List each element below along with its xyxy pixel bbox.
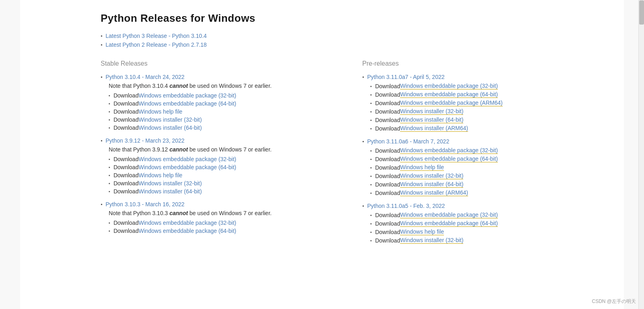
release-link-3110a7[interactable]: Python 3.11.0a7 - April 5, 2022 xyxy=(367,74,444,80)
top-link-item: Latest Python 3 Release - Python 3.10.4 xyxy=(101,33,608,39)
release-title-3103: Python 3.10.3 - March 16, 2022 xyxy=(101,201,346,207)
release-title-3110a7: Python 3.11.0a7 - April 5, 2022 xyxy=(362,74,608,80)
stable-releases-list: Python 3.10.4 - March 24, 2022 Note that… xyxy=(101,74,346,234)
download-item: Download Windows installer (64-bit) xyxy=(370,181,608,188)
download-item: Download Windows embeddable package (32-… xyxy=(109,92,346,99)
release-title-3104: Python 3.10.4 - March 24, 2022 xyxy=(101,74,346,80)
download-link[interactable]: Windows installer (64-bit) xyxy=(138,124,202,131)
download-link[interactable]: Windows embeddable package (64-bit) xyxy=(138,228,236,234)
download-list-3110a5: Download Windows embeddable package (32-… xyxy=(370,212,608,244)
download-list-3912: Download Windows embeddable package (32-… xyxy=(109,156,346,195)
release-title-3110a5: Python 3.11.0a5 - Feb. 3, 2022 xyxy=(362,203,608,209)
watermark: CSDN @左手の明天 xyxy=(592,298,636,305)
download-link[interactable]: Windows embeddable package (ARM64) xyxy=(400,100,502,106)
stable-releases-heading: Stable Releases xyxy=(101,60,346,67)
download-link[interactable]: Windows installer (ARM64) xyxy=(400,189,468,196)
download-link[interactable]: Windows installer (ARM64) xyxy=(400,125,468,132)
release-title-3912: Python 3.9.12 - March 23, 2022 xyxy=(101,137,346,144)
download-item: Download Windows help file xyxy=(370,228,608,235)
download-item: Download Windows embeddable package (32-… xyxy=(109,220,346,226)
download-link[interactable]: Windows embeddable package (32-bit) xyxy=(138,156,236,162)
download-item: Download Windows installer (32-bit) xyxy=(109,180,346,187)
pre-releases-column: Pre-releases Python 3.11.0a7 - April 5, … xyxy=(362,60,608,250)
download-item: Download Windows help file xyxy=(109,108,346,115)
download-link[interactable]: Windows embeddable package (32-bit) xyxy=(400,147,498,154)
download-item: Download Windows embeddable package (64-… xyxy=(109,228,346,234)
download-item: Download Windows installer (64-bit) xyxy=(109,188,346,195)
release-note-3912: Note that Python 3.9.12 cannot be used o… xyxy=(109,146,346,153)
download-item: Download Windows embeddable package (32-… xyxy=(370,147,608,154)
stable-releases-column: Stable Releases Python 3.10.4 - March 24… xyxy=(101,60,346,250)
download-list-3110a7: Download Windows embeddable package (32-… xyxy=(370,83,608,132)
pre-releases-heading: Pre-releases xyxy=(362,60,608,67)
download-link[interactable]: Windows embeddable package (64-bit) xyxy=(400,156,498,162)
download-link[interactable]: Windows installer (64-bit) xyxy=(138,188,202,195)
top-link-item: Latest Python 2 Release - Python 2.7.18 xyxy=(101,41,608,48)
download-link[interactable]: Windows embeddable package (64-bit) xyxy=(400,91,498,98)
release-item-3110a7: Python 3.11.0a7 - April 5, 2022 Download… xyxy=(362,74,608,132)
download-link[interactable]: Windows installer (64-bit) xyxy=(400,181,463,188)
download-link[interactable]: Windows embeddable package (64-bit) xyxy=(138,100,236,107)
page-title: Python Releases for Windows xyxy=(101,12,608,25)
download-link[interactable]: Windows help file xyxy=(138,108,182,115)
pre-releases-list: Python 3.11.0a7 - April 5, 2022 Download… xyxy=(362,74,608,244)
download-item: Download Windows embeddable package (64-… xyxy=(109,100,346,107)
download-item: Download Windows help file xyxy=(109,172,346,178)
release-title-3110a6: Python 3.11.0a6 - March 7, 2022 xyxy=(362,138,608,145)
download-list-3104: Download Windows embeddable package (32-… xyxy=(109,92,346,131)
main-content: Python Releases for Windows Latest Pytho… xyxy=(20,0,624,309)
latest-python3-link[interactable]: Latest Python 3 Release - Python 3.10.4 xyxy=(105,33,206,39)
download-link[interactable]: Windows installer (32-bit) xyxy=(400,237,463,244)
download-link[interactable]: Windows embeddable package (32-bit) xyxy=(138,92,236,99)
download-item: Download Windows installer (32-bit) xyxy=(109,116,346,123)
download-link[interactable]: Windows embeddable package (64-bit) xyxy=(400,220,498,227)
download-item: Download Windows embeddable package (64-… xyxy=(370,220,608,227)
release-link-3110a6[interactable]: Python 3.11.0a6 - March 7, 2022 xyxy=(367,138,449,145)
download-item: Download Windows embeddable package (32-… xyxy=(109,156,346,162)
release-link-3104[interactable]: Python 3.10.4 - March 24, 2022 xyxy=(105,74,184,80)
two-column-layout: Stable Releases Python 3.10.4 - March 24… xyxy=(101,60,608,250)
release-link-3110a5[interactable]: Python 3.11.0a5 - Feb. 3, 2022 xyxy=(367,203,445,209)
release-link-3912[interactable]: Python 3.9.12 - March 23, 2022 xyxy=(105,137,184,144)
latest-python2-link[interactable]: Latest Python 2 Release - Python 2.7.18 xyxy=(105,41,206,48)
release-note-3103: Note that Python 3.10.3 cannot be used o… xyxy=(109,210,346,216)
download-item: Download Windows embeddable package (32-… xyxy=(370,212,608,218)
download-item: Download Windows installer (64-bit) xyxy=(370,116,608,123)
download-item: Download Windows help file xyxy=(370,164,608,171)
release-item-3104: Python 3.10.4 - March 24, 2022 Note that… xyxy=(101,74,346,131)
top-links-list: Latest Python 3 Release - Python 3.10.4 … xyxy=(101,33,608,48)
download-item: Download Windows embeddable package (64-… xyxy=(370,91,608,98)
scrollbar-thumb[interactable] xyxy=(639,0,644,25)
download-link[interactable]: Windows embeddable package (32-bit) xyxy=(400,83,498,89)
download-link[interactable]: Windows embeddable package (64-bit) xyxy=(138,164,236,170)
release-item-3110a6: Python 3.11.0a6 - March 7, 2022 Download… xyxy=(362,138,608,196)
download-link[interactable]: Windows installer (64-bit) xyxy=(400,116,463,123)
download-item: Download Windows installer (ARM64) xyxy=(370,125,608,132)
download-item: Download Windows installer (64-bit) xyxy=(109,124,346,131)
download-item: Download Windows installer (32-bit) xyxy=(370,172,608,179)
download-item: Download Windows installer (32-bit) xyxy=(370,237,608,244)
download-list-3110a6: Download Windows embeddable package (32-… xyxy=(370,147,608,196)
release-item-3103: Python 3.10.3 - March 16, 2022 Note that… xyxy=(101,201,346,234)
download-item: Download Windows embeddable package (64-… xyxy=(370,156,608,162)
download-item: Download Windows embeddable package (ARM… xyxy=(370,100,608,106)
download-item: Download Windows installer (32-bit) xyxy=(370,108,608,115)
download-item: Download Windows embeddable package (64-… xyxy=(109,164,346,170)
download-link[interactable]: Windows help file xyxy=(138,172,182,178)
download-link[interactable]: Windows installer (32-bit) xyxy=(400,172,463,179)
download-link[interactable]: Windows embeddable package (32-bit) xyxy=(138,220,236,226)
release-item-3912: Python 3.9.12 - March 23, 2022 Note that… xyxy=(101,137,346,195)
download-item: Download Windows embeddable package (32-… xyxy=(370,83,608,89)
download-item: Download Windows installer (ARM64) xyxy=(370,189,608,196)
download-link[interactable]: Windows help file xyxy=(400,164,444,171)
download-link[interactable]: Windows installer (32-bit) xyxy=(138,180,202,187)
download-list-3103: Download Windows embeddable package (32-… xyxy=(109,220,346,234)
download-link[interactable]: Windows help file xyxy=(400,228,444,235)
download-link[interactable]: Windows embeddable package (32-bit) xyxy=(400,212,498,218)
download-link[interactable]: Windows installer (32-bit) xyxy=(400,108,463,115)
release-item-3110a5: Python 3.11.0a5 - Feb. 3, 2022 Download … xyxy=(362,203,608,244)
release-link-3103[interactable]: Python 3.10.3 - March 16, 2022 xyxy=(105,201,184,207)
download-link[interactable]: Windows installer (32-bit) xyxy=(138,116,202,123)
release-note-3104: Note that Python 3.10.4 cannot be used o… xyxy=(109,83,346,89)
scrollbar[interactable] xyxy=(638,0,644,309)
